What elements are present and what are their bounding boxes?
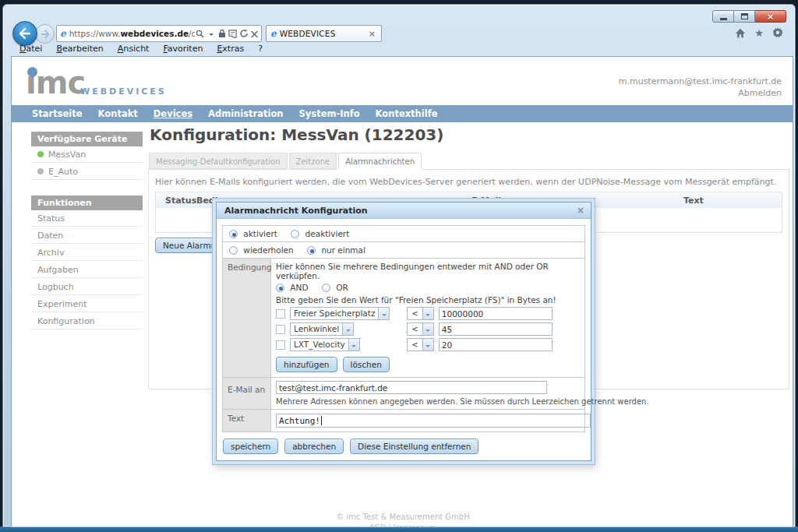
panel-info-text: Hier können E-Mails konfiguriert werden,… <box>155 177 782 187</box>
alarm-config-dialog: Alarmnachricht Konfiguration × aktiviert… <box>216 202 591 461</box>
footer-copyright: © imc Test & Measurement GmbH <box>12 512 793 523</box>
nav-startseite[interactable]: Startseite <box>24 108 90 119</box>
sidebar-device-messvan[interactable]: MessVan <box>31 146 143 163</box>
logo-subtitle: WEBDEVICES <box>80 86 167 97</box>
message-text-input[interactable]: Achtung! <box>276 414 591 428</box>
condition-row-2: Lenkwinkel < <box>276 322 580 336</box>
condition-3-value-input[interactable] <box>439 338 553 351</box>
cancel-button[interactable]: abbrechen <box>284 439 344 454</box>
footer-links[interactable]: AGB | Impressum <box>12 523 793 527</box>
condition-1-channel-select[interactable]: Freier Speicherplatz <box>290 307 390 320</box>
menu-ansicht[interactable]: Ansicht <box>112 43 155 56</box>
dialog-close-icon[interactable]: × <box>577 205 584 216</box>
minimize-button[interactable] <box>712 10 734 23</box>
nav-kontakt[interactable]: Kontakt <box>90 108 146 119</box>
forward-button[interactable] <box>35 24 55 44</box>
nav-administration[interactable]: Administration <box>200 108 291 119</box>
sidebar-item-archiv[interactable]: Archiv <box>31 245 143 261</box>
sidebar-device-eauto[interactable]: E_Auto <box>31 164 143 180</box>
nav-system-info[interactable]: System-Info <box>291 108 368 119</box>
close-icon: × <box>767 12 774 22</box>
condition-1-value-input[interactable] <box>439 307 553 320</box>
page-title: Konfiguration: MessVan (122203) <box>150 125 443 144</box>
back-button[interactable] <box>12 21 37 46</box>
radio-deaktiviert[interactable] <box>291 230 299 238</box>
radio-deaktiviert-label: deaktiviert <box>305 229 350 238</box>
sidebar-item-daten[interactable]: Daten <box>31 227 143 244</box>
logout-link[interactable]: Abmelden <box>619 87 782 99</box>
security-lock-icon[interactable] <box>217 27 227 40</box>
chevron-down-icon <box>348 339 359 351</box>
add-condition-button[interactable]: hinzufügen <box>276 357 337 372</box>
condition-2-channel-select[interactable]: Lenkwinkel <box>290 322 354 336</box>
chevron-down-icon <box>422 323 433 335</box>
nav-kontexthilfe[interactable]: Kontexthilfe <box>368 108 446 119</box>
user-email: m.mustermann@test.imc-frankfurt.de <box>619 76 782 87</box>
delete-condition-button[interactable]: löschen <box>343 357 390 372</box>
radio-or-label: OR <box>336 283 348 292</box>
imc-logo: imc <box>26 60 150 105</box>
condition-1-checkbox[interactable] <box>276 309 285 319</box>
save-button[interactable]: speichern <box>223 439 278 454</box>
sidebar-item-logbuch[interactable]: Logbuch <box>31 279 143 295</box>
email-input[interactable] <box>276 381 547 394</box>
condition-2-operator-select[interactable]: < <box>407 322 434 336</box>
device-online-dot <box>37 151 44 157</box>
radio-aktiviert-label: aktiviert <box>243 229 277 238</box>
taskbar-edge <box>0 527 798 532</box>
menu-bearbeiten[interactable]: Bearbeiten <box>51 43 108 56</box>
radio-or[interactable] <box>322 284 330 292</box>
stop-icon[interactable]: × <box>249 27 260 40</box>
compatibility-view-icon[interactable] <box>228 27 238 40</box>
tab-close-icon[interactable]: × <box>367 29 377 39</box>
dialog-title: Alarmnachricht Konfiguration <box>224 206 368 216</box>
text-label: Text <box>223 410 271 432</box>
condition-2-value-input[interactable] <box>439 322 553 336</box>
remove-setting-button[interactable]: Diese Einstellung entfernen <box>350 439 478 454</box>
sidebar-item-status[interactable]: Status <box>31 210 143 227</box>
sidebar-item-aufgaben[interactable]: Aufgaben <box>31 262 143 278</box>
email-hint: Mehrere Adressen können angegeben werden… <box>276 397 649 406</box>
condition-3-checkbox[interactable] <box>276 340 285 350</box>
condition-2-checkbox[interactable] <box>276 325 285 334</box>
menu-hilfe[interactable]: ? <box>252 43 268 56</box>
menu-favoriten[interactable]: Favoriten <box>157 43 208 56</box>
url-text[interactable]: https://www.webdevices.de/customer/d <box>69 29 195 38</box>
condition-3-operator-select[interactable]: < <box>407 338 434 351</box>
radio-wiederholen[interactable] <box>229 246 238 255</box>
radio-and-label: AND <box>290 283 308 292</box>
condition-1-operator-select[interactable]: < <box>407 307 434 320</box>
radio-aktiviert[interactable] <box>229 230 238 238</box>
sidebar-item-konfiguration[interactable]: Konfiguration <box>31 313 143 329</box>
sidebar-item-experiment[interactable]: Experiment <box>31 296 143 312</box>
menu-extras[interactable]: Extras <box>211 43 249 56</box>
home-icon[interactable] <box>734 26 747 39</box>
settings-gear-icon[interactable] <box>772 26 784 39</box>
radio-nur-einmal[interactable] <box>307 246 316 255</box>
radio-wiederholen-label: wiederholen <box>243 245 293 255</box>
sidebar-devices-header: Verfügbare Geräte <box>31 132 143 146</box>
browser-menu-bar: Datei Bearbeiten Ansicht Favoriten Extra… <box>11 43 790 56</box>
page-content: imc WEBDEVICES m.mustermann@test.imc-fra… <box>11 56 793 527</box>
chevron-down-icon <box>378 308 389 319</box>
forward-arrow-icon <box>40 30 51 39</box>
refresh-icon[interactable] <box>238 27 249 40</box>
close-window-button[interactable]: × <box>755 10 786 23</box>
maximize-button[interactable] <box>734 10 755 23</box>
nav-devices[interactable]: Devices <box>146 108 200 119</box>
address-dropdown-icon[interactable] <box>206 27 216 40</box>
chevron-down-icon <box>422 339 433 351</box>
radio-and[interactable] <box>276 284 284 292</box>
address-bar[interactable]: e https://www.webdevices.de/customer/d × <box>56 25 262 42</box>
favorites-star-icon[interactable]: ★ <box>753 26 765 39</box>
tab-messaging-defaultkonfiguration[interactable]: Messaging-Defaultkonfiguration <box>149 153 288 169</box>
main-navigation: Startseite Kontakt Devices Administratio… <box>12 105 793 122</box>
search-icon[interactable] <box>195 27 205 40</box>
tab-zeitzone[interactable]: Zeitzone <box>289 153 337 169</box>
device-offline-dot <box>37 168 44 174</box>
tab-alarmnachrichten[interactable]: Alarmnachrichten <box>338 153 422 170</box>
minimize-icon <box>720 18 727 20</box>
browser-tab[interactable]: e WEBDEVICES × <box>266 25 382 42</box>
window-controls: × <box>712 10 786 23</box>
condition-3-channel-select[interactable]: LXT_Velocity <box>290 338 360 351</box>
